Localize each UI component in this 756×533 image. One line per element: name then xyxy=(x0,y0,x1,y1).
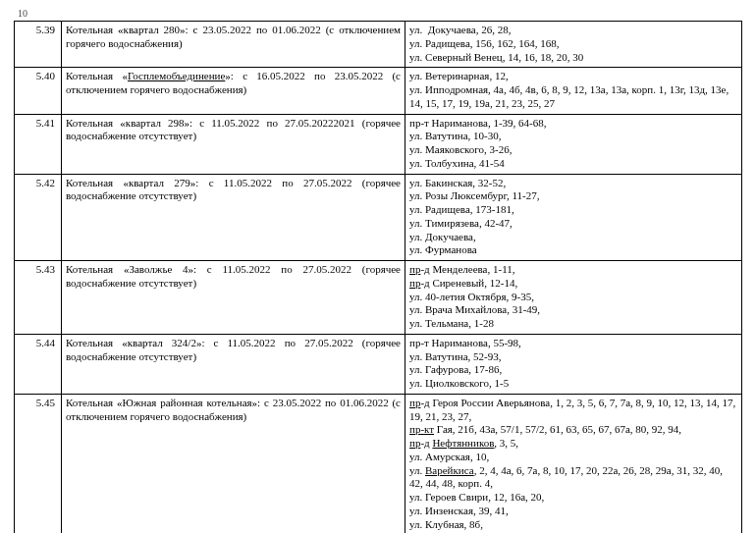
row-description: Котельная «квартал 298»: с 11.05.2022 по… xyxy=(62,114,405,174)
row-description: Котельная «Госплемобъединение»: с 16.05.… xyxy=(62,68,405,114)
row-description: Котельная «квартал 280»: с 23.05.2022 по… xyxy=(62,22,405,68)
row-description: Котельная «квартал 324/2»: с 11.05.2022 … xyxy=(62,334,405,394)
row-addresses: ул. Бакинская, 32-52,ул. Розы Люксембург… xyxy=(405,174,742,261)
row-description: Котельная «Южная районная котельная»: с … xyxy=(62,394,405,533)
row-number: 5.45 xyxy=(15,394,62,533)
schedule-table: 5.39Котельная «квартал 280»: с 23.05.202… xyxy=(14,21,742,533)
row-description: Котельная «квартал 279»: с 11.05.2022 по… xyxy=(62,174,405,261)
row-addresses: пр-т Нариманова, 55-98,ул. Ватутина, 52-… xyxy=(405,334,742,394)
table-row: 5.40Котельная «Госплемобъединение»: с 16… xyxy=(15,68,742,114)
row-addresses: пр-т Нариманова, 1-39, 64-68,ул. Ватутин… xyxy=(405,114,742,174)
table-row: 5.44Котельная «квартал 324/2»: с 11.05.2… xyxy=(15,334,742,394)
row-number: 5.40 xyxy=(15,68,62,114)
row-number: 5.43 xyxy=(15,261,62,335)
row-number: 5.42 xyxy=(15,174,62,261)
row-description: Котельная «Заволжье 4»: с 11.05.2022 по … xyxy=(62,261,405,335)
table-row: 5.39Котельная «квартал 280»: с 23.05.202… xyxy=(15,22,742,68)
table-row: 5.41Котельная «квартал 298»: с 11.05.202… xyxy=(15,114,742,174)
table-row: 5.45Котельная «Южная районная котельная»… xyxy=(15,394,742,533)
page-number: 10 xyxy=(18,8,742,19)
row-addresses: пр-д Героя России Аверьянова, 1, 2, 3, 5… xyxy=(405,394,742,533)
row-addresses: ул. Ветеринарная, 12,ул. Ипподромная, 4а… xyxy=(405,68,742,114)
table-row: 5.43Котельная «Заволжье 4»: с 11.05.2022… xyxy=(15,261,742,335)
row-number: 5.39 xyxy=(15,22,62,68)
row-addresses: ул. Докучаева, 26, 28,ул. Радищева, 156,… xyxy=(405,22,742,68)
row-addresses: пр-д Менделеева, 1-11,пр-д Сиреневый, 12… xyxy=(405,261,742,335)
row-number: 5.41 xyxy=(15,114,62,174)
row-number: 5.44 xyxy=(15,334,62,394)
table-row: 5.42Котельная «квартал 279»: с 11.05.202… xyxy=(15,174,742,261)
